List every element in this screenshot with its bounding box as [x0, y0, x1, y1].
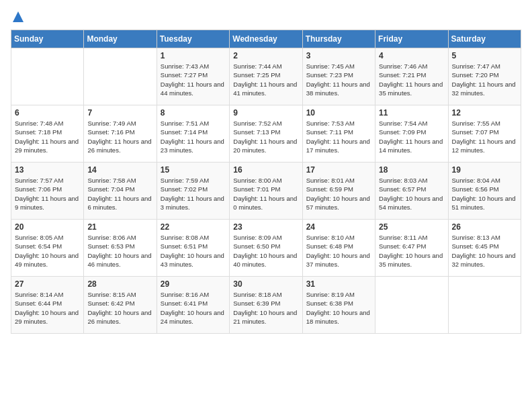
calendar-day-cell: 23Sunrise: 8:09 AM Sunset: 6:50 PM Dayli…	[230, 220, 302, 277]
weekday-header-cell: Saturday	[448, 30, 521, 48]
day-number: 6	[15, 108, 80, 118]
calendar-table: SundayMondayTuesdayWednesdayThursdayFrid…	[11, 30, 521, 334]
calendar-day-cell: 9Sunrise: 7:52 AM Sunset: 7:13 PM Daylig…	[230, 105, 302, 163]
calendar-day-cell: 27Sunrise: 8:14 AM Sunset: 6:44 PM Dayli…	[11, 277, 84, 334]
calendar-day-cell: 5Sunrise: 7:47 AM Sunset: 7:20 PM Daylig…	[448, 48, 521, 105]
day-info: Sunrise: 7:57 AM Sunset: 7:06 PM Dayligh…	[15, 176, 80, 212]
calendar-body: 1Sunrise: 7:43 AM Sunset: 7:27 PM Daylig…	[11, 48, 521, 334]
weekday-header-cell: Friday	[375, 30, 448, 48]
calendar-day-cell: 14Sunrise: 7:58 AM Sunset: 7:04 PM Dayli…	[84, 163, 157, 220]
day-number: 11	[379, 108, 444, 118]
calendar-day-cell: 11Sunrise: 7:54 AM Sunset: 7:09 PM Dayli…	[375, 105, 448, 163]
day-info: Sunrise: 7:47 AM Sunset: 7:20 PM Dayligh…	[452, 62, 517, 97]
calendar-week-row: 6Sunrise: 7:48 AM Sunset: 7:18 PM Daylig…	[11, 105, 521, 163]
day-info: Sunrise: 8:03 AM Sunset: 6:57 PM Dayligh…	[379, 176, 444, 212]
day-info: Sunrise: 8:01 AM Sunset: 6:59 PM Dayligh…	[306, 176, 371, 212]
day-number: 8	[161, 108, 226, 118]
calendar-day-cell	[11, 48, 84, 105]
day-info: Sunrise: 8:00 AM Sunset: 7:01 PM Dayligh…	[233, 176, 298, 212]
day-number: 12	[452, 108, 517, 118]
calendar-day-cell: 12Sunrise: 7:55 AM Sunset: 7:07 PM Dayli…	[448, 105, 521, 163]
page-header	[11, 11, 521, 23]
day-info: Sunrise: 7:55 AM Sunset: 7:07 PM Dayligh…	[452, 119, 517, 154]
calendar-week-row: 27Sunrise: 8:14 AM Sunset: 6:44 PM Dayli…	[11, 277, 521, 334]
day-number: 23	[233, 222, 298, 232]
calendar-day-cell: 19Sunrise: 8:04 AM Sunset: 6:56 PM Dayli…	[448, 163, 521, 220]
day-info: Sunrise: 7:51 AM Sunset: 7:14 PM Dayligh…	[161, 119, 226, 154]
day-number: 20	[15, 222, 80, 232]
svg-marker-0	[13, 11, 24, 22]
calendar-day-cell: 10Sunrise: 7:53 AM Sunset: 7:11 PM Dayli…	[302, 105, 375, 163]
day-number: 29	[161, 279, 226, 289]
day-info: Sunrise: 8:08 AM Sunset: 6:51 PM Dayligh…	[161, 233, 226, 269]
day-info: Sunrise: 8:09 AM Sunset: 6:50 PM Dayligh…	[233, 233, 298, 269]
calendar-day-cell: 22Sunrise: 8:08 AM Sunset: 6:51 PM Dayli…	[157, 220, 229, 277]
day-info: Sunrise: 8:06 AM Sunset: 6:53 PM Dayligh…	[87, 233, 152, 269]
calendar-week-row: 13Sunrise: 7:57 AM Sunset: 7:06 PM Dayli…	[11, 163, 521, 220]
day-info: Sunrise: 8:04 AM Sunset: 6:56 PM Dayligh…	[452, 176, 517, 212]
day-number: 24	[306, 222, 371, 232]
logo-icon	[12, 11, 24, 23]
day-info: Sunrise: 7:53 AM Sunset: 7:11 PM Dayligh…	[306, 119, 371, 154]
calendar-day-cell: 21Sunrise: 8:06 AM Sunset: 6:53 PM Dayli…	[84, 220, 157, 277]
day-number: 14	[87, 165, 152, 175]
logo	[11, 11, 24, 23]
day-info: Sunrise: 8:18 AM Sunset: 6:39 PM Dayligh…	[233, 290, 298, 326]
calendar-day-cell: 16Sunrise: 8:00 AM Sunset: 7:01 PM Dayli…	[230, 163, 302, 220]
weekday-header-cell: Thursday	[302, 30, 375, 48]
calendar-day-cell: 4Sunrise: 7:46 AM Sunset: 7:21 PM Daylig…	[375, 48, 448, 105]
calendar-day-cell: 26Sunrise: 8:13 AM Sunset: 6:45 PM Dayli…	[448, 220, 521, 277]
calendar-day-cell: 30Sunrise: 8:18 AM Sunset: 6:39 PM Dayli…	[230, 277, 302, 334]
day-info: Sunrise: 7:43 AM Sunset: 7:27 PM Dayligh…	[161, 62, 226, 97]
calendar-day-cell: 13Sunrise: 7:57 AM Sunset: 7:06 PM Dayli…	[11, 163, 84, 220]
day-info: Sunrise: 8:13 AM Sunset: 6:45 PM Dayligh…	[452, 233, 517, 269]
day-info: Sunrise: 7:44 AM Sunset: 7:25 PM Dayligh…	[233, 62, 298, 97]
day-number: 19	[452, 165, 517, 175]
day-info: Sunrise: 7:52 AM Sunset: 7:13 PM Dayligh…	[233, 119, 298, 154]
calendar-week-row: 1Sunrise: 7:43 AM Sunset: 7:27 PM Daylig…	[11, 48, 521, 105]
day-number: 16	[233, 165, 298, 175]
day-number: 31	[306, 279, 371, 289]
day-info: Sunrise: 7:48 AM Sunset: 7:18 PM Dayligh…	[15, 119, 80, 154]
calendar-day-cell	[448, 277, 521, 334]
calendar-day-cell: 29Sunrise: 8:16 AM Sunset: 6:41 PM Dayli…	[157, 277, 229, 334]
weekday-header-cell: Wednesday	[230, 30, 302, 48]
day-number: 28	[87, 279, 152, 289]
calendar-day-cell: 1Sunrise: 7:43 AM Sunset: 7:27 PM Daylig…	[157, 48, 229, 105]
day-number: 10	[306, 108, 371, 118]
day-info: Sunrise: 7:54 AM Sunset: 7:09 PM Dayligh…	[379, 119, 444, 154]
calendar-day-cell: 20Sunrise: 8:05 AM Sunset: 6:54 PM Dayli…	[11, 220, 84, 277]
day-number: 21	[87, 222, 152, 232]
calendar-day-cell: 3Sunrise: 7:45 AM Sunset: 7:23 PM Daylig…	[302, 48, 375, 105]
day-number: 22	[161, 222, 226, 232]
day-info: Sunrise: 8:05 AM Sunset: 6:54 PM Dayligh…	[15, 233, 80, 269]
day-number: 25	[379, 222, 444, 232]
weekday-header-cell: Monday	[84, 30, 157, 48]
calendar-day-cell: 18Sunrise: 8:03 AM Sunset: 6:57 PM Dayli…	[375, 163, 448, 220]
day-number: 13	[15, 165, 80, 175]
calendar-day-cell: 25Sunrise: 8:11 AM Sunset: 6:47 PM Dayli…	[375, 220, 448, 277]
calendar-day-cell: 31Sunrise: 8:19 AM Sunset: 6:38 PM Dayli…	[302, 277, 375, 334]
day-number: 17	[306, 165, 371, 175]
calendar-day-cell: 2Sunrise: 7:44 AM Sunset: 7:25 PM Daylig…	[230, 48, 302, 105]
calendar-day-cell	[375, 277, 448, 334]
weekday-header-cell: Sunday	[11, 30, 84, 48]
day-info: Sunrise: 7:45 AM Sunset: 7:23 PM Dayligh…	[306, 62, 371, 97]
day-info: Sunrise: 8:15 AM Sunset: 6:42 PM Dayligh…	[87, 290, 152, 326]
day-info: Sunrise: 7:58 AM Sunset: 7:04 PM Dayligh…	[87, 176, 152, 212]
calendar-day-cell: 8Sunrise: 7:51 AM Sunset: 7:14 PM Daylig…	[157, 105, 229, 163]
day-number: 27	[15, 279, 80, 289]
weekday-header-cell: Tuesday	[157, 30, 229, 48]
calendar-day-cell: 7Sunrise: 7:49 AM Sunset: 7:16 PM Daylig…	[84, 105, 157, 163]
calendar-day-cell	[84, 48, 157, 105]
day-number: 5	[452, 51, 517, 60]
day-info: Sunrise: 8:14 AM Sunset: 6:44 PM Dayligh…	[15, 290, 80, 326]
day-number: 4	[379, 51, 444, 60]
calendar-day-cell: 15Sunrise: 7:59 AM Sunset: 7:02 PM Dayli…	[157, 163, 229, 220]
day-number: 30	[233, 279, 298, 289]
day-info: Sunrise: 8:11 AM Sunset: 6:47 PM Dayligh…	[379, 233, 444, 269]
day-info: Sunrise: 8:19 AM Sunset: 6:38 PM Dayligh…	[306, 290, 371, 326]
day-info: Sunrise: 7:46 AM Sunset: 7:21 PM Dayligh…	[379, 62, 444, 97]
day-number: 2	[233, 51, 298, 60]
day-number: 3	[306, 51, 371, 60]
